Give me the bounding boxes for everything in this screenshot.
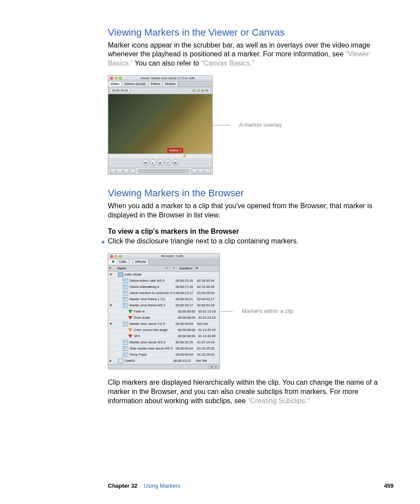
timecode-left[interactable]: 00:00:49:04 <box>110 88 130 93</box>
table-row[interactable]: Duck audio00:00:00:0002:01:23:18 <box>108 315 219 321</box>
disclosure-triangle-icon[interactable] <box>110 323 112 325</box>
bullet-icon <box>102 241 104 243</box>
col-name[interactable]: Name▼ <box>115 265 171 272</box>
scroll-right-icon[interactable]: ▶ <box>214 365 218 369</box>
transport-controls: ⏮ ▸ ▶ ↺ ⏭ <box>108 158 212 167</box>
row-in: 01:16:25:03 <box>197 353 219 357</box>
row-name: SFX <box>134 334 140 338</box>
table-row[interactable]: Cafe media <box>108 272 219 278</box>
mk-red-icon <box>128 316 133 320</box>
row-in: 01:16:25:03 <box>197 346 219 351</box>
table-row[interactable]: SFX00:00:00:0001:12:42:09 <box>108 333 219 339</box>
table-row[interactable]: Debra enters cafe WS 500:00:25:1602:10:5… <box>108 278 219 284</box>
mk-red-icon <box>128 335 133 338</box>
figure1-callout: A marker overlay <box>239 121 282 129</box>
link-canvas-basics[interactable]: “Canvas Basics.” <box>201 59 254 67</box>
col-in[interactable]: In <box>195 265 219 272</box>
traffic-lights[interactable] <box>110 255 122 258</box>
horizontal-scroll[interactable]: ◀▶ <box>108 364 219 369</box>
row-in: 01:03:25:24 <box>197 291 219 295</box>
table-row[interactable]: Master shot Debra MS 300:00:38:1702:00:5… <box>108 302 219 309</box>
clip-icon <box>123 346 128 351</box>
mark-buttons-right[interactable] <box>192 169 210 173</box>
row-duration: 00:00:34:21 <box>176 297 197 302</box>
bin-icon <box>118 272 123 277</box>
row-name: Master shot Jacob CU 5 <box>129 322 165 326</box>
prev-edit-button[interactable]: ⏮ <box>142 159 149 166</box>
row-duration: 00:00:15:22 <box>173 359 196 363</box>
link-creating-subclips[interactable]: “Creating Subclips.” <box>248 397 310 405</box>
disclosure-triangle-icon[interactable] <box>110 304 112 306</box>
table-row[interactable]: Master shot Jacob CU 500:00:49:04Not Set <box>108 321 219 327</box>
shuttle-control[interactable] <box>138 169 189 173</box>
mk-ylw-icon <box>128 328 133 332</box>
row-in: 01:07:14:16 <box>197 340 219 345</box>
tab-video[interactable]: Video <box>108 81 122 87</box>
mk-icon <box>128 310 133 313</box>
row-name: Master shot Debra 1 CU <box>129 297 165 302</box>
play-around-button[interactable]: ↺ <box>165 159 171 166</box>
disclosure-triangle-icon[interactable] <box>110 360 112 362</box>
row-duration: 00:00:00:00 <box>178 334 198 338</box>
section-heading-1: Viewing Markers in the Viewer or Canvas <box>108 26 381 39</box>
clip-icon <box>123 279 128 283</box>
row-name: Master shot Debra MS 3 <box>129 303 165 308</box>
scrubber-bar[interactable] <box>108 154 212 158</box>
table-row[interactable]: Side master shot Jacob MS 300:00:56:0401… <box>108 346 219 352</box>
traffic-lights[interactable] <box>110 77 122 80</box>
audio-icon <box>123 353 128 357</box>
tab-stereo[interactable]: Stereo (a1a2) <box>122 81 148 87</box>
scroll-left-icon[interactable]: ◀ <box>209 365 213 369</box>
tab-filters[interactable]: Filters <box>148 81 163 87</box>
col-handle[interactable]: ≡ <box>108 265 115 272</box>
timecode-right[interactable]: 01:12:42:09 <box>191 88 210 93</box>
figure-viewer: Viewer: Master shot Jacob CU 5 in Cafe V… <box>108 75 381 175</box>
disclosure-triangle-icon[interactable] <box>110 273 112 276</box>
next-edit-button[interactable]: ⏭ <box>172 159 179 166</box>
row-name: Duck audio <box>134 316 151 320</box>
play-inout-button[interactable]: ▸ <box>150 159 156 166</box>
bullet-text: Click the disclosure triangle next to a … <box>108 237 298 246</box>
tab-project[interactable]: ◾ Cafe <box>108 259 133 265</box>
row-duration: 00:00:00:00 <box>178 316 198 320</box>
table-row[interactable]: Master shot Jacob WS 600:00:32:2501:07:1… <box>108 339 219 346</box>
marker-overlay: Marker 1 <box>167 148 183 153</box>
row-in: 01:12:42:09 <box>198 334 219 338</box>
table-row[interactable]: Master shot Debra 1 CU00:00:34:2102:04:5… <box>108 296 219 302</box>
row-duration: 00:00:56:04 <box>176 353 197 357</box>
table-row[interactable]: Temp Track00:00:56:0401:16:25:03 <box>108 352 219 358</box>
row-duration: 00:00:49:04 <box>176 322 197 326</box>
viewer-titlebar: Viewer: Master shot Jacob CU 5 in Cafe <box>108 76 212 81</box>
row-name: Temp Track <box>129 353 147 357</box>
table-row[interactable]: Fade in00:00:00:0002:01:13:18 <box>108 309 219 315</box>
tab-effects[interactable]: Effects <box>133 259 149 265</box>
row-name: Debra sidewalking 6 <box>129 285 159 289</box>
text: Marker icons appear in the scrubber bar,… <box>108 41 370 58</box>
tab-motion[interactable]: Motion <box>163 81 178 87</box>
page-footer: Chapter 32 Using Markers 459 <box>26 482 394 490</box>
row-in: 01:12:35:15 <box>198 328 219 332</box>
viewer-tabs[interactable]: Video Stereo (a1a2) Filters Motion <box>108 81 212 87</box>
row-in: 02:01:23:18 <box>198 316 219 320</box>
row-name: Cafe media <box>125 272 141 277</box>
clip-icon <box>123 322 128 326</box>
col-duration[interactable]: ▼Duration <box>171 265 195 272</box>
browser-column-header[interactable]: ≡ Name▼ ▼Duration In <box>108 265 219 272</box>
mark-buttons-left[interactable] <box>110 169 136 173</box>
seq-icon <box>118 359 123 363</box>
play-button[interactable]: ▶ <box>157 159 164 166</box>
browser-window: Browser: Cafe ◾ Cafe Effects ≡ Name▼ ▼Du… <box>108 253 220 369</box>
bullet-item: Click the disclosure triangle next to a … <box>108 237 381 246</box>
clip-icon <box>123 340 128 345</box>
footer-chapter-label: Chapter 32 <box>108 482 137 490</box>
table-row[interactable]: Debra sidewalking 600:00:17:2802:13:40:2… <box>108 284 219 290</box>
row-name: Jacob reaction to customer CU 5 <box>129 291 176 295</box>
section2-subhead: To view a clip's markers in the Browser <box>108 227 381 236</box>
row-in: 02:01:13:18 <box>198 309 219 314</box>
text: You can also refer to <box>133 59 201 67</box>
row-in: Not Set <box>196 359 219 363</box>
row-name: Color correct this angle <box>134 328 168 332</box>
table-row[interactable]: Jacob reaction to customer CU 500:00:12:… <box>108 290 219 296</box>
table-row[interactable]: Cafe0100:00:15:22Not Set <box>108 358 219 364</box>
table-row[interactable]: Color correct this angle00:00:00:0001:12… <box>108 327 219 333</box>
